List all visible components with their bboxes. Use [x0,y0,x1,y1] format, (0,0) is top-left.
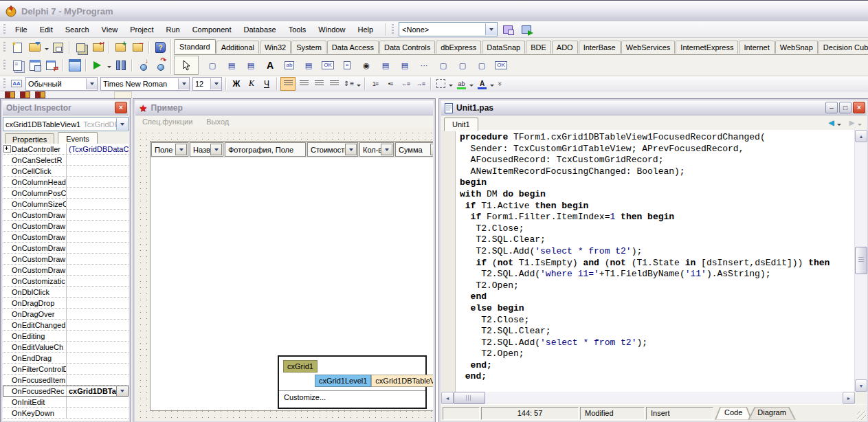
grid-column-header[interactable]: Назва [190,142,223,157]
open-button[interactable] [26,40,43,56]
styles-button[interactable] [10,78,23,90]
font-size-combo[interactable]: 12 [192,77,222,91]
maximize-icon[interactable]: □ [839,102,852,113]
bottom-tab-code[interactable]: Code [715,407,752,420]
menu-run[interactable]: Run [159,23,186,36]
align-right-button[interactable] [312,78,326,90]
main-menu-icon[interactable]: ▤ [223,58,240,73]
tab-unit1[interactable]: Unit1 [444,118,478,131]
highlight-button[interactable] [455,78,474,90]
group-box-icon[interactable]: ▢ [435,58,452,73]
close-icon[interactable]: × [115,102,127,113]
grid-column-header[interactable]: Стоимость [307,142,358,157]
toolbar-grip[interactable] [3,78,5,89]
object-selector-combo[interactable]: cxGrid1DBTableView1 TcxGridDB [3,117,129,131]
chevron-down-icon[interactable] [345,144,357,155]
object-inspector-titlebar[interactable]: Object Inspector × [3,101,129,115]
chevron-down-icon[interactable] [489,80,495,88]
event-row[interactable]: OnFocusedReccxGrid1DBTa [3,386,129,397]
chevron-down-icon[interactable] [175,144,187,155]
event-row[interactable]: OnColumnHead [3,177,129,188]
increase-indent-button[interactable] [414,78,427,90]
desktop-speedsetting-combo[interactable]: <None> [399,22,498,36]
toolbar-grip[interactable] [3,24,5,35]
palette-tab-bde[interactable]: BDE [526,41,551,54]
grid-level-node[interactable]: cxGrid1Level1 [315,375,371,387]
italic-button[interactable]: К [245,78,258,90]
palette-tab-ado[interactable]: ADO [552,41,578,54]
grid-column-header[interactable]: Кол-в [359,142,394,157]
event-row[interactable]: OnInitEdit [3,397,129,408]
font-color-button[interactable] [476,78,495,90]
scroll-up-icon[interactable]: ▲ [855,130,867,142]
align-center-button[interactable] [297,78,311,90]
toggle-form-unit-button[interactable] [43,58,60,74]
save-desktop-button[interactable] [500,22,516,36]
form-menu--[interactable]: Выход [199,118,236,126]
palette-tab-system[interactable]: System [291,41,326,54]
menu-project[interactable]: Project [124,23,159,36]
scrollbar-thumb[interactable] [454,392,485,404]
event-row[interactable]: OnEditChanged [3,320,129,331]
chevron-down-icon[interactable] [836,119,842,127]
save-button[interactable] [49,40,67,56]
browse-forward-icon[interactable]: ► [847,118,856,128]
event-row[interactable]: OnKeyDown [3,408,129,419]
toolbar-grip[interactable] [3,42,5,53]
event-row[interactable]: OnDragOver [3,309,129,320]
event-row[interactable]: OnCustomDraw [3,221,129,232]
event-row[interactable]: OnCustomDraw [3,254,129,265]
palette-tab-webservices[interactable]: WebServices [621,41,676,54]
chevron-down-icon[interactable] [210,144,222,155]
scroll-down-icon[interactable]: ▼ [855,379,867,392]
edit-icon[interactable]: ab [281,58,298,73]
form-menu--[interactable]: Спец.функции [135,118,199,126]
chevron-down-icon[interactable] [116,386,129,396]
menu-search[interactable]: Search [59,23,96,36]
event-row[interactable]: OnCustomDraw [3,210,129,221]
event-row[interactable]: OnCustomDraw [3,243,129,254]
view-unit-button[interactable] [9,58,26,74]
menu-help[interactable]: Help [351,23,379,36]
menu-window[interactable]: Window [312,23,351,36]
horizontal-scrollbar[interactable]: ◄ ► [441,392,855,403]
chevron-down-icon[interactable] [485,23,497,35]
chevron-down-icon[interactable] [856,119,863,127]
event-row[interactable]: OnEndDrag [3,353,129,364]
browse-back-icon[interactable]: ◄ [827,118,836,128]
label-icon[interactable]: A [262,58,278,73]
form-design-surface[interactable]: ПолеНазваФотография, ПолеСтоимостьКол-вС… [135,128,433,421]
align-justify-button[interactable] [327,78,341,90]
event-row[interactable]: OnEditValueCh [3,342,129,353]
combo-box-icon[interactable]: ▤ [397,58,413,73]
editor-titlebar[interactable]: Unit1.pas – □ × [441,101,867,115]
check-box-icon[interactable]: × [339,58,355,73]
radio-button-icon[interactable]: ◉ [358,58,375,73]
chevron-down-icon[interactable] [43,43,49,52]
trace-into-button[interactable] [135,58,152,74]
set-debug-desktop-button[interactable] [518,22,535,36]
palette-tab-additional[interactable]: Additional [216,41,259,54]
event-row[interactable]: OnCustomDraw [3,265,129,276]
resize-grip[interactable] [857,411,866,420]
palette-tab-data-controls[interactable]: Data Controls [379,41,435,54]
bold-button[interactable]: Ж [230,78,243,90]
grid-root-node[interactable]: cxGrid1 [283,360,318,373]
chevron-down-icon[interactable] [210,78,221,89]
chevron-down-icon[interactable] [355,80,361,88]
new-items-button[interactable] [9,40,26,56]
minimize-icon[interactable]: – [825,102,838,113]
close-icon[interactable]: × [853,102,865,113]
palette-tab-websnap[interactable]: WebSnap [775,41,818,54]
remove-file-from-project-button[interactable] [129,40,146,56]
menu-database[interactable]: Database [238,23,282,36]
run-button[interactable] [89,58,106,74]
panel-icon[interactable]: ▢ [474,58,490,73]
open-project-button[interactable] [89,40,107,56]
paragraph-style-combo[interactable]: Обычный [25,77,98,91]
palette-tab-datasnap[interactable]: DataSnap [482,41,525,54]
align-left-button[interactable] [280,77,296,91]
decrease-indent-button[interactable] [399,78,412,90]
pause-button[interactable] [112,58,129,74]
chevron-down-icon[interactable] [381,144,392,155]
